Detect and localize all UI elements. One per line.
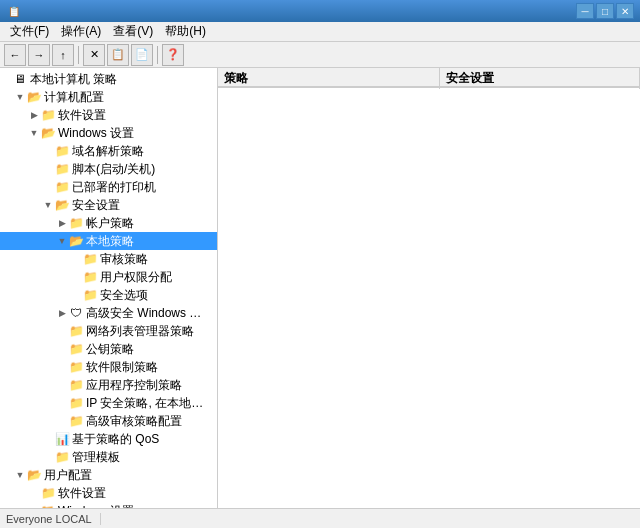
- tree-label-root: 本地计算机 策略: [30, 71, 117, 88]
- properties-button[interactable]: 📋: [107, 44, 129, 66]
- toolbar-separator-2: [157, 46, 158, 64]
- tree-item-advaudit[interactable]: 📁高级审核策略配置: [0, 412, 217, 430]
- tree-toggle-ipsec[interactable]: [56, 397, 68, 409]
- tree-item-comp[interactable]: ▼📂计算机配置: [0, 88, 217, 106]
- close-button[interactable]: ✕: [616, 3, 634, 19]
- tree-label-security: 安全设置: [72, 197, 120, 214]
- tree-toggle-win1[interactable]: ▼: [28, 127, 40, 139]
- tree-toggle-local[interactable]: ▼: [56, 235, 68, 247]
- menu-file[interactable]: 文件(F): [4, 21, 55, 42]
- folder-icon: 📁: [82, 270, 98, 284]
- help-button[interactable]: ❓: [162, 44, 184, 66]
- tree-item-security[interactable]: ▼📂安全设置: [0, 196, 217, 214]
- folder-icon: 📁: [82, 288, 98, 302]
- menu-action[interactable]: 操作(A): [55, 21, 107, 42]
- menu-help[interactable]: 帮助(H): [159, 21, 212, 42]
- tree-item-soft2[interactable]: 📁软件设置: [0, 484, 217, 502]
- tree-item-pubkey[interactable]: 📁公钥策略: [0, 340, 217, 358]
- folder-open-icon: 📂: [54, 198, 70, 212]
- tree-item-audit[interactable]: 📁审核策略: [0, 250, 217, 268]
- tree-label-user: 用户配置: [44, 467, 92, 484]
- tree-item-ipsec[interactable]: 📁IP 安全策略, 在本地计算机: [0, 394, 217, 412]
- tree-toggle-comp[interactable]: ▼: [14, 91, 26, 103]
- tree-item-name-res[interactable]: 📁域名解析策略: [0, 142, 217, 160]
- tree-toggle-advaudit[interactable]: [56, 415, 68, 427]
- tree-toggle-pubkey[interactable]: [56, 343, 68, 355]
- delete-button[interactable]: ✕: [83, 44, 105, 66]
- tree-toggle-user[interactable]: ▼: [14, 469, 26, 481]
- tree-label-soft1: 软件设置: [58, 107, 106, 124]
- tree-label-userrights: 用户权限分配: [100, 269, 172, 286]
- folder-icon: 📁: [82, 252, 98, 266]
- tree-label-appctrl: 应用程序控制策略: [86, 377, 182, 394]
- tree-item-secopts[interactable]: 📁安全选项: [0, 286, 217, 304]
- tree-label-advfw: 高级安全 Windows 防火墙: [86, 305, 213, 322]
- tree-item-win1[interactable]: ▼📂Windows 设置: [0, 124, 217, 142]
- tree-panel[interactable]: 🖥本地计算机 策略▼📂计算机配置▶📁软件设置▼📂Windows 设置📁域名解析策…: [0, 68, 218, 508]
- tree-item-netlist[interactable]: 📁网络列表管理器策略: [0, 322, 217, 340]
- tree-item-local[interactable]: ▼📂本地策略: [0, 232, 217, 250]
- tree-toggle-soft1[interactable]: ▶: [28, 109, 40, 121]
- tree-label-secopts: 安全选项: [100, 287, 148, 304]
- main-layout: 🖥本地计算机 策略▼📂计算机配置▶📁软件设置▼📂Windows 设置📁域名解析策…: [0, 68, 640, 508]
- new-button[interactable]: 📄: [131, 44, 153, 66]
- toolbar: ← → ↑ ✕ 📋 📄 ❓: [0, 42, 640, 68]
- tree-item-scripts[interactable]: 📁脚本(启动/关机): [0, 160, 217, 178]
- tree-item-root[interactable]: 🖥本地计算机 策略: [0, 70, 217, 88]
- tree-toggle-admtmpl1[interactable]: [42, 451, 54, 463]
- maximize-button[interactable]: □: [596, 3, 614, 19]
- folder-icon: 📁: [68, 216, 84, 230]
- folder-icon: 📁: [40, 486, 56, 500]
- tree-item-qos[interactable]: 📊基于策略的 QoS: [0, 430, 217, 448]
- tree-item-soft1[interactable]: ▶📁软件设置: [0, 106, 217, 124]
- status-bar: Everyone LOCAL: [0, 508, 640, 528]
- tree-item-account[interactable]: ▶📁帐户策略: [0, 214, 217, 232]
- tree-item-appctrl[interactable]: 📁应用程序控制策略: [0, 376, 217, 394]
- tree-toggle-win2[interactable]: ▶: [28, 505, 40, 508]
- tree-label-printer: 已部署的打印机: [72, 179, 156, 196]
- tree-toggle-account[interactable]: ▶: [56, 217, 68, 229]
- tree-toggle-netlist[interactable]: [56, 325, 68, 337]
- tree-toggle-scripts[interactable]: [42, 163, 54, 175]
- minimize-button[interactable]: ─: [576, 3, 594, 19]
- tree-item-userrights[interactable]: 📁用户权限分配: [0, 268, 217, 286]
- title-bar: 📋 ─ □ ✕: [0, 0, 640, 22]
- menu-bar: 文件(F) 操作(A) 查看(V) 帮助(H): [0, 22, 640, 42]
- tree-item-advfw[interactable]: ▶🛡高级安全 Windows 防火墙: [0, 304, 217, 322]
- tree-toggle-userrights[interactable]: [70, 271, 82, 283]
- tree-toggle-name-res[interactable]: [42, 145, 54, 157]
- right-panel: 策略 安全设置: [218, 68, 640, 508]
- tree-toggle-secopts[interactable]: [70, 289, 82, 301]
- folder-icon: 📁: [68, 396, 84, 410]
- tree-label-audit: 审核策略: [100, 251, 148, 268]
- folder-icon: 📁: [40, 108, 56, 122]
- tree-toggle-appctrl[interactable]: [56, 379, 68, 391]
- tree-toggle-printer[interactable]: [42, 181, 54, 193]
- folder-open-icon: 📂: [40, 504, 56, 508]
- tree-toggle-security[interactable]: ▼: [42, 199, 54, 211]
- tree-item-softres[interactable]: 📁软件限制策略: [0, 358, 217, 376]
- tree-label-account: 帐户策略: [86, 215, 134, 232]
- tree-item-user[interactable]: ▼📂用户配置: [0, 466, 217, 484]
- tree-toggle-softres[interactable]: [56, 361, 68, 373]
- back-button[interactable]: ←: [4, 44, 26, 66]
- forward-button[interactable]: →: [28, 44, 50, 66]
- tree-item-win2[interactable]: ▶📂Windows 设置: [0, 502, 217, 508]
- tree-toggle-root[interactable]: [0, 73, 12, 85]
- folder-icon: 📁: [54, 180, 70, 194]
- folder-icon: 📁: [54, 450, 70, 464]
- tree-item-printer[interactable]: 📁已部署的打印机: [0, 178, 217, 196]
- tree-toggle-advfw[interactable]: ▶: [56, 307, 68, 319]
- tree-label-win2: Windows 设置: [58, 503, 134, 509]
- window-controls: ─ □ ✕: [576, 3, 634, 19]
- menu-view[interactable]: 查看(V): [107, 21, 159, 42]
- policy-list[interactable]: [218, 88, 640, 508]
- tree-toggle-qos[interactable]: [42, 433, 54, 445]
- up-button[interactable]: ↑: [52, 44, 74, 66]
- tree-item-admtmpl1[interactable]: 📁管理模板: [0, 448, 217, 466]
- tree-toggle-audit[interactable]: [70, 253, 82, 265]
- policy-column-header: 策略: [218, 68, 440, 89]
- tree-toggle-soft2[interactable]: [28, 487, 40, 499]
- folder-icon: 📁: [68, 414, 84, 428]
- folder-icon: 📁: [68, 342, 84, 356]
